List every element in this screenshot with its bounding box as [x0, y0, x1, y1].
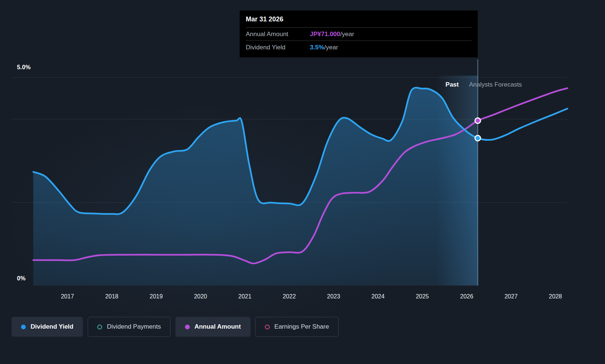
x-tick-2018: 2018: [105, 293, 119, 300]
x-tick-2023: 2023: [327, 293, 340, 300]
legend-ring-icon: [265, 325, 270, 329]
x-tick-2021: 2021: [238, 293, 252, 300]
legend-item-dividend-yield[interactable]: Dividend Yield: [11, 317, 83, 337]
legend-item-annual-amount[interactable]: Annual Amount: [175, 317, 251, 337]
tooltip-value-dividend-yield: 3.5%: [310, 44, 324, 51]
x-axis: 2017201820192020202120222023202420252026…: [0, 293, 605, 303]
x-tick-2020: 2020: [194, 293, 207, 300]
legend: Dividend YieldDividend PaymentsAnnual Am…: [11, 317, 339, 337]
tooltip-suffix-annual-amount: /year: [340, 31, 354, 38]
chart-tooltip: Mar 31 2026 Annual Amount JP¥71.000/year…: [239, 10, 478, 57]
x-tick-2028: 2028: [549, 293, 562, 300]
tooltip-row-annual-amount: Annual Amount JP¥71.000/year: [246, 27, 472, 41]
x-tick-2019: 2019: [150, 293, 163, 300]
y-axis-min-label: 0%: [17, 275, 26, 282]
legend-item-dividend-payments[interactable]: Dividend Payments: [88, 317, 170, 337]
tooltip-date: Mar 31 2026: [246, 15, 472, 27]
legend-dot-icon: [21, 325, 26, 329]
x-tick-2026: 2026: [460, 293, 473, 300]
x-tick-2025: 2025: [416, 293, 429, 300]
forecast-label: Analysts Forecasts: [469, 81, 522, 88]
tooltip-value-wrap: 3.5%/year: [310, 44, 338, 51]
x-tick-2027: 2027: [504, 293, 518, 300]
tooltip-label-annual-amount: Annual Amount: [246, 31, 310, 38]
dividend-chart: 5.0% 0% 20172018201920202021202220232024…: [0, 0, 605, 364]
tooltip-row-dividend-yield: Dividend Yield 3.5%/year: [246, 41, 472, 54]
legend-label: Dividend Payments: [107, 323, 161, 330]
x-tick-2024: 2024: [371, 293, 385, 300]
past-label: Past: [445, 81, 459, 88]
legend-dot-icon: [185, 325, 190, 329]
x-tick-2017: 2017: [61, 293, 74, 300]
x-tick-2022: 2022: [283, 293, 296, 300]
y-axis-max-label: 5.0%: [17, 64, 31, 71]
tooltip-label-dividend-yield: Dividend Yield: [246, 44, 310, 51]
tooltip-suffix-dividend-yield: /year: [324, 44, 338, 51]
legend-label: Annual Amount: [195, 323, 241, 330]
legend-item-earnings-per-share[interactable]: Earnings Per Share: [255, 317, 339, 337]
legend-label: Dividend Yield: [31, 323, 73, 330]
tooltip-value-wrap: JP¥71.000/year: [310, 31, 354, 38]
legend-ring-icon: [97, 325, 102, 329]
legend-label: Earnings Per Share: [274, 323, 329, 330]
tooltip-value-annual-amount: JP¥71.000: [310, 31, 340, 38]
